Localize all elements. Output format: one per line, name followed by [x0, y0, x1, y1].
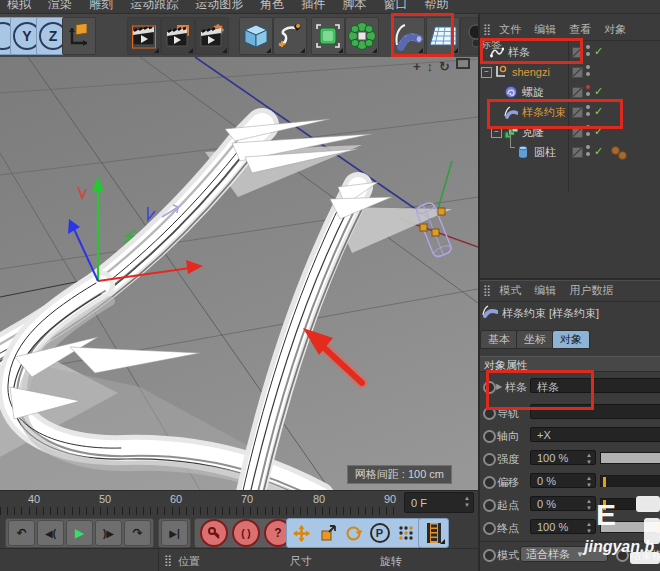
- slider-handle[interactable]: [603, 500, 606, 510]
- layer-toggle[interactable]: [572, 147, 583, 158]
- floor-grid-button[interactable]: [426, 17, 460, 55]
- jump-to-end-button[interactable]: ▶|: [161, 520, 188, 546]
- object-row-spline[interactable]: 样条: [480, 42, 660, 62]
- keyframe-circle[interactable]: [483, 476, 496, 489]
- keyframe-circle[interactable]: [483, 499, 496, 512]
- layer-toggle[interactable]: [572, 87, 583, 98]
- object-row-spline-wrap[interactable]: 样条约束: [480, 102, 660, 122]
- enable-check[interactable]: ✓: [594, 125, 603, 138]
- menu-item[interactable]: 渲染: [48, 0, 72, 13]
- record-parameter-button[interactable]: P: [367, 521, 392, 545]
- coordinate-system-button[interactable]: [62, 17, 96, 55]
- tab-object[interactable]: 对象: [552, 330, 590, 349]
- object-row-cylinder[interactable]: 圆柱: [480, 142, 660, 162]
- editor-visibility-dot[interactable]: [586, 125, 590, 129]
- om-menu-item[interactable]: 文件: [499, 22, 521, 37]
- editor-visibility-dot[interactable]: [586, 105, 590, 109]
- layer-toggle[interactable]: [572, 127, 583, 138]
- editor-visibility-dot[interactable]: [586, 85, 590, 89]
- menu-item[interactable]: 角色: [260, 0, 284, 13]
- previous-frame-button[interactable]: ◀(: [37, 520, 64, 546]
- enable-check[interactable]: ✓: [594, 45, 603, 58]
- record-scale-button[interactable]: [315, 521, 340, 545]
- enable-check[interactable]: ✓: [594, 85, 603, 98]
- rail-link-field[interactable]: [530, 404, 660, 419]
- slider-handle[interactable]: [603, 477, 606, 487]
- render-view-button[interactable]: [127, 17, 161, 55]
- record-keyframe-button[interactable]: [200, 519, 228, 547]
- keyframe-circle[interactable]: [483, 522, 496, 535]
- keyframe-circle[interactable]: [483, 430, 496, 443]
- layer-toggle[interactable]: [572, 47, 583, 58]
- value-spinner[interactable]: ▲▼: [586, 498, 592, 512]
- object-row-shengzi[interactable]: shengzi: [480, 62, 660, 82]
- render-visibility-dot[interactable]: [586, 132, 590, 136]
- mograph-cloner-button[interactable]: [345, 17, 379, 55]
- go-to-end-button[interactable]: ↷: [124, 520, 151, 546]
- expand-toggle[interactable]: −: [481, 67, 492, 78]
- render-visibility-dot[interactable]: [586, 72, 590, 76]
- keyframe-circle[interactable]: [483, 407, 496, 420]
- partial-icon-button[interactable]: [460, 17, 480, 55]
- menu-item[interactable]: 模拟: [7, 0, 31, 13]
- am-menu-item[interactable]: 模式: [499, 283, 521, 298]
- mode-dropdown[interactable]: 适合样条 ▼: [520, 546, 608, 562]
- menu-item[interactable]: 运动图形: [195, 0, 243, 13]
- start-slider[interactable]: [600, 498, 660, 510]
- motion-clip-button[interactable]: [421, 521, 446, 545]
- spline-link-field[interactable]: 样条: [530, 378, 660, 393]
- record-position-button[interactable]: [289, 521, 314, 545]
- render-settings-button[interactable]: [195, 17, 229, 55]
- menu-item[interactable]: 窗口: [384, 0, 408, 13]
- record-rotation-button[interactable]: [341, 521, 366, 545]
- play-button[interactable]: ▶: [66, 520, 93, 546]
- draw-spline-button[interactable]: [273, 17, 307, 55]
- om-menu-item[interactable]: 编辑: [534, 22, 556, 37]
- current-frame-field[interactable]: 0 F ▲▼: [404, 492, 474, 513]
- menu-item[interactable]: 帮助: [425, 0, 449, 13]
- editor-visibility-dot[interactable]: [586, 65, 590, 69]
- om-menu-item[interactable]: 对象: [604, 22, 626, 37]
- editor-visibility-dot[interactable]: [586, 45, 590, 49]
- offset-slider[interactable]: [600, 475, 660, 487]
- render-visibility-dot[interactable]: [586, 112, 590, 116]
- om-menu-item[interactable]: 查看: [569, 22, 591, 37]
- keyframe-circle[interactable]: [483, 381, 496, 394]
- layer-toggle[interactable]: [572, 67, 583, 78]
- object-row-helix[interactable]: 螺旋: [480, 82, 660, 102]
- am-menu-item[interactable]: 编辑: [534, 283, 556, 298]
- subdivision-surface-button[interactable]: [311, 17, 345, 55]
- render-visibility-dot[interactable]: [586, 92, 590, 96]
- next-frame-button[interactable]: )▶: [95, 520, 122, 546]
- axis-dropdown[interactable]: +X: [530, 427, 660, 442]
- render-visibility-dot[interactable]: [586, 152, 590, 156]
- object-row-cloner[interactable]: 克隆: [480, 122, 660, 142]
- record-point-level-button[interactable]: [393, 521, 418, 545]
- tab-coordinates[interactable]: 坐标: [516, 330, 554, 349]
- keyframe-circle[interactable]: [483, 549, 496, 562]
- render-visibility-dot[interactable]: [586, 52, 590, 56]
- keyframe-circle[interactable]: [616, 549, 629, 562]
- layer-toggle[interactable]: [572, 107, 583, 118]
- value-spinner[interactable]: ▲▼: [586, 521, 592, 535]
- viewport-3d[interactable]: +↕↻ 网格间距 : 100 cm: [0, 57, 478, 490]
- keyframe-circle[interactable]: [483, 453, 496, 466]
- value-spinner[interactable]: ▲▼: [586, 452, 592, 466]
- go-to-start-button[interactable]: ↶: [8, 520, 35, 546]
- menu-item[interactable]: 脚本: [342, 0, 366, 13]
- menu-item[interactable]: 雕刻: [89, 0, 113, 13]
- zoom-icon[interactable]: ↕: [427, 59, 440, 74]
- tab-basic[interactable]: 基本: [480, 330, 518, 349]
- editor-visibility-dot[interactable]: [586, 145, 590, 149]
- menu-item[interactable]: 运动跟踪: [130, 0, 178, 13]
- add-cube-button[interactable]: [239, 17, 273, 55]
- value-spinner[interactable]: ▲▼: [586, 475, 592, 489]
- pan-icon[interactable]: +: [413, 59, 427, 74]
- end-slider[interactable]: [600, 521, 660, 533]
- deformer-spline-wrap-button[interactable]: [391, 17, 425, 55]
- texture-tag-icon[interactable]: [618, 151, 627, 160]
- menu-item[interactable]: 插件: [301, 0, 325, 13]
- expand-arrow-icon[interactable]: ▶: [496, 382, 502, 391]
- strength-slider[interactable]: [600, 452, 660, 464]
- section-object-properties[interactable]: 对象属性: [480, 356, 660, 372]
